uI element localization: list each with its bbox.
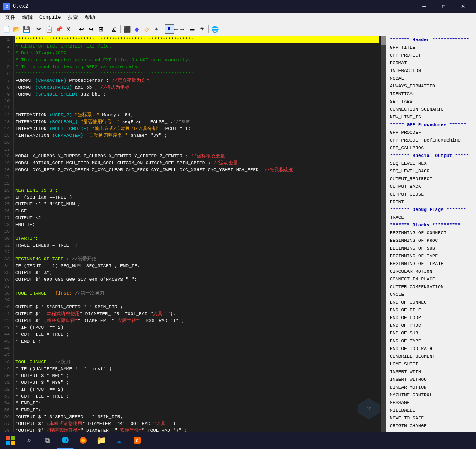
right-panel-item[interactable]: END OF LOOP	[386, 314, 476, 322]
minimize-button[interactable]: ─	[415, 0, 434, 13]
right-panel-item[interactable]: ORIGIN CHANGE	[386, 422, 476, 430]
menu-edit[interactable]: 编辑	[19, 13, 36, 22]
right-panel-item[interactable]: MESSAGE	[386, 399, 476, 407]
paste-button[interactable]: 📌	[54, 24, 63, 34]
right-panel-item[interactable]: ******* Header *************	[386, 36, 476, 44]
sep5	[162, 24, 164, 34]
right-panel-item[interactable]: BEGINNING OF TAPE	[386, 252, 476, 260]
right-panel-item[interactable]: ALWAYS_FORMATTED	[386, 82, 476, 90]
save-button[interactable]: 💾	[21, 24, 31, 34]
right-panel-item[interactable]: GPP_CALLPROC	[386, 144, 476, 152]
right-panel-item[interactable]: CONNECTION_SCENARIO	[386, 105, 476, 113]
editor-scrollbar[interactable]	[381, 36, 386, 440]
taskbar-search[interactable]: ⌕	[21, 432, 38, 449]
code-line: TOOL CHANGE : //换刀	[15, 359, 379, 365]
taskbar-edge[interactable]	[57, 432, 74, 449]
right-panel-item[interactable]: END OF TOOLPATH	[386, 345, 476, 353]
right-panel-item[interactable]: OUTPUT_CLOSE	[386, 190, 476, 198]
right-panel-item[interactable]: CUTTER COMPENSATION	[386, 283, 476, 291]
menu-search[interactable]: 搜索	[64, 13, 81, 22]
redo-button[interactable]: ↪	[87, 24, 96, 34]
right-panel-item[interactable]: INTERACTION	[386, 67, 476, 75]
right-panel-item[interactable]: MACHINE CONTROL	[386, 391, 476, 399]
new-button[interactable]: 📄	[2, 24, 11, 34]
tb7[interactable]: ⬛	[122, 24, 132, 34]
right-panel-item[interactable]: FORMAT	[386, 59, 476, 67]
right-panel-item[interactable]: GPP_TITLE	[386, 44, 476, 51]
titlebar: C C.ex2 ─ □ ✕	[0, 0, 476, 13]
taskbar-taskview[interactable]: ⧉	[39, 432, 56, 449]
code-line: OUTPUT $" (程序实际直径=" DIAMETER_ " 实际半径=" T…	[15, 317, 379, 324]
code-line: FORMAT (SPINDLE_SPEED) aa2 bb1 ;	[15, 91, 379, 98]
editor-content: 12345 678910 1112131415 1617181920 21222…	[0, 36, 386, 440]
svg-text:C: C	[136, 439, 138, 443]
right-panel-item[interactable]: CONNECT IN PLACE	[386, 275, 476, 283]
scrollbar-thumb[interactable]	[381, 36, 386, 45]
right-panel-item[interactable]: CYCLE	[386, 291, 476, 298]
right-panel-item[interactable]: ***** GPP Procedures ******	[386, 121, 476, 129]
right-panel-item[interactable]: MOVE TO SAFE	[386, 414, 476, 422]
taskbar-onedrive[interactable]: ☁	[111, 432, 128, 449]
right-panel-item[interactable]: MODAL	[386, 75, 476, 82]
code-line: FORMAT (COORDINATES) aa1 bb ; //格式为坐标	[15, 84, 379, 91]
right-panel-item[interactable]: ******* Blocks **********	[386, 221, 476, 229]
taskbar-app[interactable]: C	[129, 432, 146, 449]
right-panel-item[interactable]: MILLDWELL	[386, 407, 476, 414]
cut-button[interactable]: ✂	[34, 24, 44, 34]
right-panel-item[interactable]: SEQ_LEVEL_NEXT	[386, 160, 476, 167]
right-panel-item[interactable]: INSERT WITH	[386, 368, 476, 376]
maximize-button[interactable]: □	[434, 0, 453, 13]
right-panel-item[interactable]: END OF PROC	[386, 322, 476, 329]
sep6	[184, 24, 187, 34]
right-panel-item[interactable]: SET_TABS	[386, 98, 476, 105]
start-button[interactable]	[2, 432, 19, 449]
right-panel-item[interactable]: BEGINNING OF CONNECT	[386, 229, 476, 237]
right-panel-item[interactable]: PRINT	[386, 198, 476, 206]
right-panel-item[interactable]: GPP_PROCDEF	[386, 129, 476, 136]
right-panel-item[interactable]: TRACE_	[386, 214, 476, 221]
right-panel-item[interactable]: SEQ_LEVEL_BACK	[386, 167, 476, 175]
right-panel-item[interactable]: OUTPUT_BACK	[386, 183, 476, 190]
right-panel-item[interactable]: END OF FILE	[386, 306, 476, 314]
taskbar-folder[interactable]: 📁	[93, 432, 110, 449]
tb14[interactable]: #	[197, 24, 207, 34]
right-panel-item[interactable]: BEGINNING OF TLPATH	[386, 260, 476, 268]
right-panel-item[interactable]: IDENTICAL	[386, 90, 476, 98]
tb5[interactable]: ⊞	[96, 24, 106, 34]
right-panel-item[interactable]: END OF CONNECT	[386, 298, 476, 306]
right-panel-item[interactable]: ******* Special Output *****	[386, 152, 476, 160]
right-panel-item[interactable]: BEGINNING OF SUB	[386, 244, 476, 252]
tb10[interactable]: ✦	[152, 24, 161, 34]
menu-compile[interactable]: Compile	[36, 14, 64, 21]
right-panel-item[interactable]: GPP_PROTECT	[386, 51, 476, 59]
right-panel-item[interactable]: GUNDRILL SEGMENT	[386, 353, 476, 360]
tb12[interactable]: ←→	[174, 24, 184, 34]
code-line: * This is a computer-generated EXF file.…	[15, 57, 379, 63]
menu-file[interactable]: 文件	[2, 13, 19, 22]
view-toggle[interactable]: 👁	[165, 24, 174, 34]
right-panel-item[interactable]: INSERT WITHOUT	[386, 376, 476, 383]
close-button[interactable]: ✕	[453, 0, 473, 13]
right-panel-item[interactable]: NEW_LINE_IS	[386, 113, 476, 121]
code-area[interactable]: ****************************************…	[14, 36, 381, 440]
right-panel-item[interactable]: CIRCULAR MOTION	[386, 268, 476, 275]
open-button[interactable]: 📂	[12, 24, 21, 34]
help-btn[interactable]: 🌐	[210, 24, 219, 34]
right-panel-item[interactable]: GPP_PROCDEF DefineMachine	[386, 136, 476, 144]
right-panel-item[interactable]: LINEAR MOTION	[386, 383, 476, 391]
right-panel-item[interactable]: OUTPUT_REDIRECT	[386, 175, 476, 183]
tb13[interactable]: ☰	[187, 24, 197, 34]
tb9[interactable]: ◇	[142, 24, 151, 34]
tb6[interactable]: 🖨	[109, 24, 119, 34]
right-panel-item[interactable]: ******* Debug Flags *******	[386, 206, 476, 214]
right-panel-item[interactable]: BEGINNING OF PROC	[386, 237, 476, 244]
tb8[interactable]: ◆	[132, 24, 141, 34]
menu-help[interactable]: 帮助	[81, 13, 99, 22]
taskbar-firefox[interactable]	[75, 432, 92, 449]
undo-button[interactable]: ↩	[77, 24, 86, 34]
right-panel-item[interactable]: END OF TAPE	[386, 337, 476, 345]
right-panel-item[interactable]: END OF SUB	[386, 329, 476, 337]
right-panel-item[interactable]: HOME SHIFT	[386, 360, 476, 368]
copy-button[interactable]: 📋	[44, 24, 54, 34]
delete-button[interactable]: ✕	[64, 24, 73, 34]
